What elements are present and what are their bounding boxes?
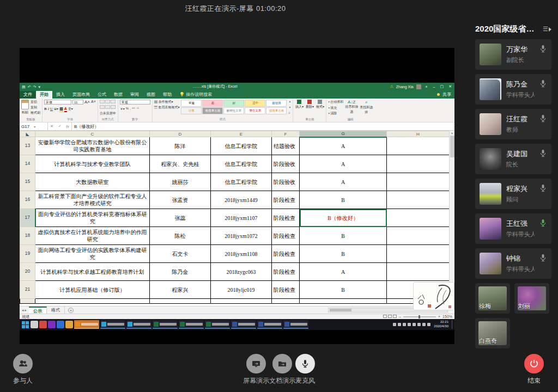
font-size-select[interactable]: 11 [72,100,83,105]
participant-card[interactable]: 钟锦 学科带头人 [475,248,551,279]
excel-tab-5[interactable]: 公式 [94,91,110,99]
cell-style-chip[interactable]: 计算 [181,107,202,114]
mic-status-icon[interactable] [539,254,547,265]
cell-stage[interactable]: 阶段检查 [272,281,300,299]
cell-stage[interactable]: 阶段检查 [272,245,300,263]
confirm-entry-icon[interactable]: ✓ [58,124,62,128]
percent-icon[interactable]: % [126,107,129,112]
excel-share-button[interactable]: 共享 [437,91,451,99]
column-header-e[interactable]: E [211,131,272,137]
zoom-level[interactable]: 150% [442,315,452,318]
cell-grade[interactable]: A [300,173,387,191]
taskbar-pinned-icon[interactable] [57,321,64,328]
number-format-select[interactable]: 常规 [120,100,150,105]
cell-style-chip[interactable]: 常规 [181,100,202,107]
cell-leader[interactable]: 陈乃金 [150,263,211,281]
column-header-c[interactable]: C [35,131,150,137]
participant-card[interactable]: 程家兴 顾问 [475,179,551,209]
cell-project-name[interactable]: 大数据教研室 [35,173,150,191]
cell-unit-or-number[interactable]: 2018yljc019 [211,281,272,299]
cell-unit-or-number[interactable]: 2018jyxm1449 [211,191,272,209]
participant-card[interactable]: 王红强 学科带头人 [475,213,551,244]
excel-minimize-button[interactable]: – [432,85,436,89]
format-as-table-button[interactable]: ▤ 套用表格格式▾ [154,105,180,110]
cell-unit-or-number[interactable]: 2018jyxm1107 [211,209,272,227]
cell-stage[interactable]: 阶段检查 [272,209,300,227]
participant-card[interactable]: 吴建国 院长 [475,144,551,174]
cell-style-chip[interactable]: 差 [202,100,223,107]
cell-stage[interactable]: 阶段检查 [272,227,300,245]
add-sheet-icon[interactable]: + [68,308,74,313]
bold-button[interactable]: B [44,107,47,112]
excel-tab-10[interactable]: 💡 操作说明搜索 [175,91,216,99]
cell-leader[interactable]: 陈洋 [150,137,211,155]
cell-leader[interactable]: 张孟资 [150,191,211,209]
cell-leader[interactable]: 姚丽莎 [150,173,211,191]
start-button[interactable] [21,320,29,329]
cell-project-name[interactable]: 虚拟仿真技术在计算机系统能力培养中的作用研究 [35,227,150,245]
select-all-corner[interactable]: ◣ [20,131,35,137]
row-number[interactable]: 17 [20,209,35,227]
excel-restore-button[interactable]: ▢ [439,84,445,89]
cell-project-name[interactable]: 计算机科学与技术专业教学团队 [35,155,150,173]
sheet-tab-active[interactable]: 公示 [29,307,47,314]
table-row[interactable]: 17 面向专业评估的计算机类学科竞赛指标体系研究 张蕊 2018jyxm1107… [20,209,450,227]
end-meeting-button[interactable]: 结束 [524,354,544,385]
taskbar-window-button[interactable] [74,320,99,329]
name-box[interactable]: G17▾ [20,122,48,130]
taskbar-pinned-icon[interactable] [39,321,47,328]
excel-user-avatar[interactable] [416,84,421,89]
taskbar-window-button[interactable] [257,320,282,329]
cell-empty[interactable] [387,245,450,263]
find-select-button[interactable]: ⌕查找和选择 [360,100,373,115]
cell-project-name[interactable]: 面向专业评估的计算机类学科竞赛指标体系研究 [35,209,150,227]
table-row[interactable]: 21 计算机应用基础（修订版） 程家兴 2018yljc019 阶段检查 B [20,281,450,299]
cells-插入-button[interactable]: 插入▾ [295,100,304,109]
style-gallery-scroll[interactable]: ▲▼≡ [288,100,291,114]
merge-center-button[interactable]: 合并后居中 [100,111,116,116]
font-name-select[interactable]: 宋体 [44,100,71,105]
cell-leader[interactable]: 张蕊 [150,209,211,227]
table-row[interactable]: 16 新工科背景下面向产业升级的软件工程专业人才培养模式研究 张孟资 2018j… [20,191,450,209]
clipboard-small-button[interactable]: 复制 [31,105,40,110]
mic-status-icon[interactable] [539,219,547,230]
underline-button[interactable]: U [50,107,53,112]
show-desktop-button[interactable] [452,320,453,329]
grow-font-icon[interactable]: A˄ [84,100,90,105]
taskbar-window-button[interactable] [100,320,125,329]
sheet-nav-icons[interactable]: ◂ ▸ [20,308,29,313]
excel-quick-access-toolbar[interactable]: ▤↶↷▾ [22,85,40,89]
excel-tab-9[interactable]: 帮助 [159,91,175,99]
excel-tab-6[interactable]: 数据 [110,91,126,99]
participants-button[interactable]: 参与人 [13,354,33,385]
taskbar-window-button[interactable] [153,320,178,329]
participant-tile[interactable]: 刘丽 [514,283,549,314]
participant-tile[interactable]: 白燕奇 [475,318,510,348]
cell-stage[interactable]: 阶段验收 [272,155,300,173]
cell-empty[interactable] [387,155,450,173]
cell-stage[interactable]: 结题验收 [272,137,300,155]
indent-buttons[interactable] [100,105,116,109]
zoom-slider[interactable] [403,316,436,317]
column-header-g-selected[interactable]: G [300,131,387,137]
cell-empty[interactable] [387,209,450,227]
row-number[interactable]: 13 [20,137,35,155]
editing-small-button[interactable]: ▪ 清除 [328,111,343,117]
cell-leader[interactable]: 陈松 [150,227,211,245]
table-row[interactable]: 14 计算机科学与技术专业教学团队 程家兴、史先桂 信息工程学院 阶段验收 A [20,155,450,173]
system-tray[interactable]: 22:21 2020/4/30 [393,320,453,329]
cell-project-name[interactable]: 安徽新华学院合肥城市云数据中心股份有限公司实践教育基地 [35,137,150,155]
participant-card[interactable]: 汪红霞 教师 [475,109,551,139]
cell-grade[interactable]: B（修改好） [300,209,387,227]
borders-icon[interactable]: ⊞▾ [54,107,58,112]
column-header-h[interactable]: H [387,131,450,137]
font-color-icon[interactable]: A [64,107,67,112]
cell-grade[interactable]: A [300,263,387,281]
taskbar-clock[interactable]: 22:21 2020/4/30 [434,320,448,329]
cell-style-chip[interactable]: 链接单元格 [266,107,287,114]
excel-tab-3[interactable]: 插入 [52,91,69,99]
comma-icon[interactable]: , [130,107,131,112]
cell-empty[interactable] [387,263,450,281]
cell-empty[interactable] [387,137,450,155]
screen-share-button[interactable]: 屏幕演示 [243,354,269,385]
